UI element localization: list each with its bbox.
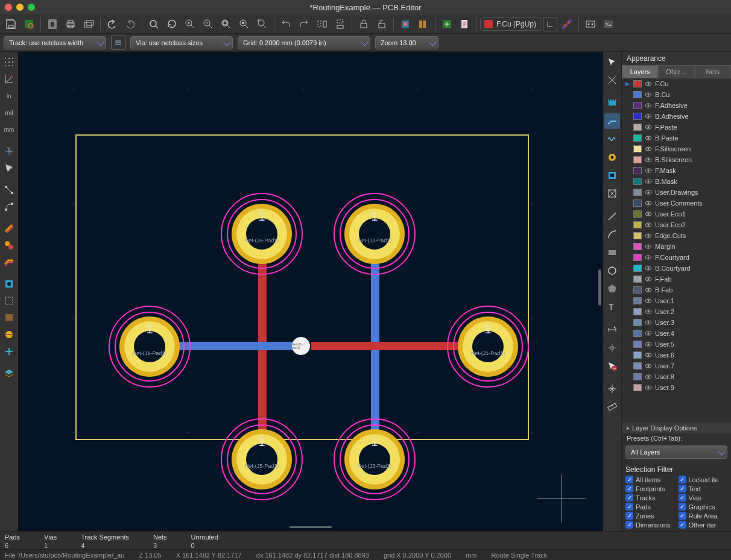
layer-row[interactable]: B.Mask [622, 176, 731, 187]
polar-coord-icon[interactable]: θ [1, 71, 17, 87]
layer-color-swatch[interactable] [633, 330, 642, 337]
layer-visibility-icon[interactable] [645, 189, 652, 196]
layer-color-swatch[interactable] [633, 145, 642, 153]
layer-color-swatch[interactable] [633, 178, 642, 185]
add-text-icon[interactable]: T [604, 299, 620, 315]
selection-filter-item[interactable]: Zones [625, 512, 675, 520]
layer-visibility-icon[interactable] [645, 384, 652, 391]
layer-color-swatch[interactable] [633, 156, 642, 163]
selection-filter-item[interactable]: Dimensions [625, 521, 675, 529]
layer-row[interactable]: User.3 [622, 317, 731, 328]
presets-combo[interactable]: All Layers [625, 445, 727, 459]
console-icon[interactable] [600, 16, 617, 33]
layer-visibility-icon[interactable] [645, 243, 652, 250]
lock-open-icon[interactable] [373, 16, 390, 33]
zone-display-icon[interactable] [1, 293, 17, 309]
layer-row[interactable]: F.Silkscreen [622, 143, 731, 154]
print-icon[interactable] [62, 16, 79, 33]
via-size-combo[interactable]: Via: use netclass sizes [130, 36, 233, 49]
grid-origin-icon[interactable] [604, 381, 620, 397]
pcb-canvas[interactable]: Net-(J1-Pad1) 1Net-(J5-Pad1)1Net-(J3-Pad… [18, 52, 603, 531]
cursor-style-icon[interactable] [1, 143, 17, 159]
layer-color-swatch[interactable] [633, 200, 642, 207]
layer-color-swatch[interactable] [633, 373, 642, 380]
plot-icon[interactable] [80, 16, 97, 33]
layer-row[interactable]: User.7 [622, 360, 731, 371]
selection-filter-item[interactable]: Footprints [625, 485, 675, 492]
selection-filter-item[interactable]: Other iter [679, 521, 728, 529]
layer-color-swatch[interactable] [633, 384, 642, 391]
draw-arc-icon[interactable] [604, 227, 620, 242]
layer-color-swatch[interactable] [633, 275, 642, 283]
draw-rect-icon[interactable] [604, 245, 620, 260]
checkbox-icon[interactable] [625, 521, 633, 529]
selection-filter-item[interactable]: Vias [679, 494, 728, 502]
layer-color-swatch[interactable] [633, 232, 642, 239]
checkbox-icon[interactable] [679, 521, 686, 529]
layer-visibility-icon[interactable] [645, 232, 652, 239]
find-icon[interactable] [145, 16, 162, 33]
layer-row[interactable]: User.Comments [622, 198, 731, 209]
via-outline-icon[interactable] [1, 238, 17, 253]
mirror-v-icon[interactable] [332, 16, 349, 33]
layer-color-swatch[interactable] [633, 362, 642, 370]
selection-filter-item[interactable]: Graphics [679, 503, 728, 511]
layer-visibility-icon[interactable] [645, 167, 652, 174]
layer-visibility-icon[interactable] [645, 102, 652, 109]
rotate-ccw-icon[interactable] [277, 16, 294, 33]
track-width-combo[interactable]: Track: use netclass width [4, 36, 106, 49]
layer-color-swatch[interactable] [633, 297, 642, 304]
pad-num-icon[interactable] [1, 344, 17, 359]
layer-row[interactable]: User.Eco1 [622, 209, 731, 219]
layer-visibility-icon[interactable] [645, 319, 652, 326]
layer-color-swatch[interactable] [633, 167, 642, 174]
lock-closed-icon[interactable] [355, 16, 372, 33]
layer-color-swatch[interactable] [633, 80, 642, 87]
layer-color-swatch[interactable] [633, 351, 642, 359]
layer-color-swatch[interactable] [633, 189, 642, 196]
layer-row[interactable]: User.8 [622, 371, 731, 382]
layer-visibility-icon[interactable] [645, 341, 652, 348]
undo-icon[interactable] [104, 16, 121, 33]
auto-track-width-button[interactable] [111, 36, 125, 50]
layer-row[interactable]: User.4 [622, 328, 731, 339]
zoom-in-icon[interactable] [182, 16, 198, 33]
layer-visibility-icon[interactable] [645, 265, 652, 272]
footprint-editor-icon[interactable] [397, 16, 414, 33]
checkbox-icon[interactable] [625, 494, 633, 502]
selection-filter-item[interactable]: Text [679, 485, 728, 492]
layer-row[interactable]: Margin [622, 241, 731, 252]
layer-visibility-icon[interactable] [645, 145, 652, 153]
layer-visibility-icon[interactable] [645, 373, 652, 380]
layer-visibility-icon[interactable] [645, 210, 652, 218]
grid-combo[interactable]: Grid: 0.2000 mm (0.0079 in) [238, 36, 370, 49]
selection-filter-item[interactable]: Locked ite [679, 476, 728, 483]
layer-row[interactable]: B.Courtyard [622, 263, 731, 274]
layer-visibility-icon[interactable] [645, 351, 652, 359]
active-layer-combo[interactable]: F.Cu (PgUp) [480, 17, 540, 31]
checkbox-icon[interactable] [679, 494, 686, 502]
layer-color-swatch[interactable] [633, 102, 642, 109]
ratsnest-display-icon[interactable] [1, 182, 17, 198]
minimize-window-button[interactable] [16, 4, 24, 11]
layer-visibility-icon[interactable] [645, 113, 652, 120]
render-settings-icon[interactable] [559, 16, 575, 33]
layer-color-swatch[interactable] [633, 91, 642, 98]
tab-layers[interactable]: Layers [622, 65, 658, 78]
layer-row[interactable]: User.6 [622, 350, 731, 360]
select-tool-icon[interactable] [604, 54, 620, 70]
units-in-button[interactable]: in [1, 88, 17, 104]
zoom-combo[interactable]: Zoom 13.00 [375, 36, 438, 49]
units-mil-button[interactable]: mil [1, 105, 17, 121]
zoom-window-button[interactable] [28, 4, 35, 11]
layer-visibility-icon[interactable] [645, 134, 652, 142]
update-from-schematic-icon[interactable] [438, 16, 455, 33]
close-window-button[interactable] [5, 4, 12, 11]
checkbox-icon[interactable] [625, 476, 633, 483]
place-footprint-icon[interactable] [604, 95, 620, 111]
checkbox-icon[interactable] [625, 503, 633, 511]
checkbox-icon[interactable] [679, 512, 686, 520]
layer-color-swatch[interactable] [633, 243, 642, 250]
layer-row[interactable]: F.Paste [622, 122, 731, 133]
zoom-fit-icon[interactable] [218, 16, 235, 33]
